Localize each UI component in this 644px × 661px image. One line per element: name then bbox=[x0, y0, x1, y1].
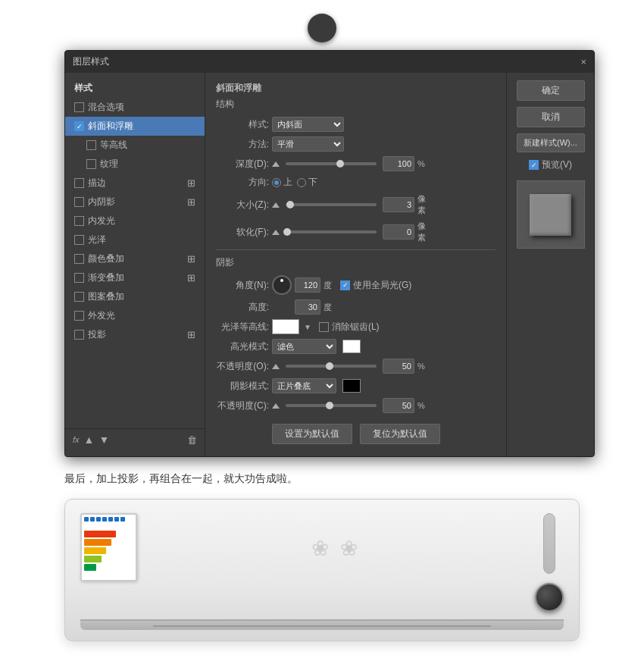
dialog-titlebar: 图层样式 × bbox=[65, 51, 594, 73]
color-overlay-checkbox[interactable] bbox=[74, 254, 84, 264]
size-unit: 像素 bbox=[417, 193, 431, 216]
direction-up-circle[interactable] bbox=[272, 178, 281, 187]
fx-delete-btn[interactable]: 🗑 bbox=[187, 434, 197, 446]
style-item-texture[interactable]: 纹理 bbox=[65, 155, 205, 174]
style-item-drop-shadow[interactable]: 投影 ⊞ bbox=[65, 325, 205, 344]
inner-shadow-plus-icon[interactable]: ⊞ bbox=[187, 196, 195, 208]
outer-glow-checkbox[interactable] bbox=[74, 311, 84, 321]
angle-field-label: 角度(N): bbox=[216, 279, 269, 292]
blend-checkbox[interactable] bbox=[74, 102, 84, 112]
energy-bar-2 bbox=[84, 539, 111, 546]
smooth-ridges-row: 消除锯齿(L) bbox=[319, 321, 380, 334]
dialog-close-button[interactable]: × bbox=[580, 56, 586, 67]
ac-power-knob[interactable] bbox=[535, 583, 564, 612]
smooth-ridges-checkbox[interactable] bbox=[319, 322, 329, 332]
highlight-mode-select[interactable]: 滤色 bbox=[272, 339, 336, 354]
angle-dial[interactable] bbox=[272, 275, 292, 295]
style-item-bevel[interactable]: 斜面和浮雕 bbox=[65, 117, 205, 136]
shadow-opacity-unit: % bbox=[417, 401, 431, 410]
preview-checkbox[interactable] bbox=[529, 160, 539, 170]
style-item-pattern-overlay[interactable]: 图案叠加 bbox=[65, 287, 205, 306]
gradient-overlay-checkbox[interactable] bbox=[74, 273, 84, 283]
angle-unit: 度 bbox=[324, 280, 337, 291]
stroke-checkbox[interactable] bbox=[74, 178, 84, 188]
drop-shadow-plus-icon[interactable]: ⊞ bbox=[187, 329, 195, 340]
ac-floral-decoration: ❀ ❀ bbox=[311, 536, 361, 561]
depth-field-label: 深度(D): bbox=[216, 158, 269, 171]
soften-slider-icon[interactable] bbox=[272, 230, 280, 235]
cancel-btn[interactable]: 取消 bbox=[517, 107, 585, 127]
direction-field-label: 方向: bbox=[216, 176, 269, 189]
shadow-mode-select[interactable]: 正片叠底 bbox=[272, 378, 336, 393]
drop-shadow-checkbox[interactable] bbox=[74, 330, 84, 340]
altitude-unit: 度 bbox=[324, 302, 337, 313]
shadow-opacity-slider[interactable] bbox=[286, 404, 377, 407]
direction-down-circle[interactable] bbox=[297, 178, 306, 187]
style-item-gradient-overlay[interactable]: 渐变叠加 ⊞ bbox=[65, 268, 205, 287]
ac-body: ❀ ❀ bbox=[80, 513, 564, 612]
highlight-opacity-slider-icon[interactable] bbox=[272, 364, 280, 369]
smooth-ridges-label: 消除锯齿(L) bbox=[332, 321, 380, 334]
energy-bar-3 bbox=[84, 547, 106, 554]
style-item-satin[interactable]: 光泽 bbox=[65, 230, 205, 249]
shadow-mode-label: 阴影模式: bbox=[216, 380, 269, 393]
stroke-plus-icon[interactable]: ⊞ bbox=[187, 177, 195, 189]
texture-checkbox[interactable] bbox=[86, 159, 96, 169]
style-item-outer-glow[interactable]: 外发光 bbox=[65, 306, 205, 325]
soften-input[interactable] bbox=[383, 224, 414, 240]
style-item-inner-glow[interactable]: 内发光 bbox=[65, 211, 205, 230]
gloss-contour-preview[interactable] bbox=[272, 319, 299, 334]
size-slider-icon[interactable] bbox=[272, 202, 280, 208]
soften-slider[interactable] bbox=[286, 230, 377, 233]
style-item-contour[interactable]: 等高线 bbox=[65, 136, 205, 155]
style-item-stroke[interactable]: 描边 ⊞ bbox=[65, 174, 205, 193]
depth-slider-icon[interactable] bbox=[272, 161, 280, 167]
energy-dot bbox=[120, 517, 125, 522]
fx-down-btn[interactable]: ▼ bbox=[98, 434, 109, 446]
pattern-overlay-checkbox[interactable] bbox=[74, 292, 84, 302]
highlight-color-swatch[interactable] bbox=[342, 340, 361, 353]
direction-down-radio[interactable]: 下 bbox=[297, 176, 317, 189]
altitude-input[interactable] bbox=[295, 299, 320, 315]
method-select[interactable]: 平滑 bbox=[272, 136, 344, 152]
inner-shadow-checkbox[interactable] bbox=[74, 197, 84, 207]
highlight-opacity-input[interactable] bbox=[383, 359, 414, 374]
bevel-section-title: 斜面和浮雕 bbox=[216, 82, 496, 95]
structure-subtitle: 结构 bbox=[216, 98, 496, 111]
style-select[interactable]: 内斜面 bbox=[272, 117, 344, 132]
style-item-blend[interactable]: 混合选项 bbox=[65, 98, 205, 117]
global-light-checkbox[interactable] bbox=[340, 280, 350, 290]
confirm-btn[interactable]: 确定 bbox=[517, 80, 585, 101]
style-item-color-overlay[interactable]: 颜色叠加 ⊞ bbox=[65, 249, 205, 268]
preview-row: 预览(V) bbox=[529, 158, 572, 171]
bevel-checkbox[interactable] bbox=[74, 121, 84, 131]
satin-checkbox[interactable] bbox=[74, 235, 84, 245]
shadow-color-swatch[interactable] bbox=[342, 379, 361, 393]
contour-checkbox[interactable] bbox=[86, 140, 96, 150]
size-slider[interactable] bbox=[286, 203, 377, 206]
outer-glow-label: 外发光 bbox=[88, 309, 115, 322]
contour-label: 等高线 bbox=[100, 139, 127, 152]
new-style-btn[interactable]: 新建样式(W)... bbox=[517, 133, 585, 152]
restore-btn[interactable]: 复位为默认值 bbox=[360, 424, 440, 444]
reset-btn[interactable]: 设置为默认值 bbox=[272, 424, 352, 444]
depth-input[interactable] bbox=[383, 156, 414, 171]
gradient-overlay-plus-icon[interactable]: ⊞ bbox=[187, 272, 195, 284]
highlight-opacity-slider[interactable] bbox=[286, 365, 377, 368]
preview-inner bbox=[530, 194, 571, 236]
shadow-opacity-slider-icon[interactable] bbox=[272, 403, 280, 409]
highlight-mode-label: 高光模式: bbox=[216, 340, 269, 353]
inner-glow-checkbox[interactable] bbox=[74, 216, 84, 226]
angle-input[interactable] bbox=[295, 277, 320, 293]
direction-up-radio[interactable]: 上 bbox=[272, 176, 292, 189]
bevel-label: 斜面和浮雕 bbox=[88, 120, 133, 133]
depth-slider[interactable] bbox=[286, 162, 377, 165]
shadow-opacity-input[interactable] bbox=[383, 398, 414, 413]
style-item-inner-shadow[interactable]: 内阴影 ⊞ bbox=[65, 193, 205, 211]
gloss-contour-dropdown[interactable]: ▼ bbox=[304, 323, 311, 331]
dialog-body: 样式 混合选项 斜面和浮雕 等高线 纹理 bbox=[65, 73, 594, 456]
fx-up-btn[interactable]: ▲ bbox=[84, 434, 95, 446]
color-overlay-plus-icon[interactable]: ⊞ bbox=[187, 253, 195, 265]
size-input[interactable] bbox=[383, 197, 414, 212]
top-circle-button[interactable] bbox=[308, 14, 336, 42]
